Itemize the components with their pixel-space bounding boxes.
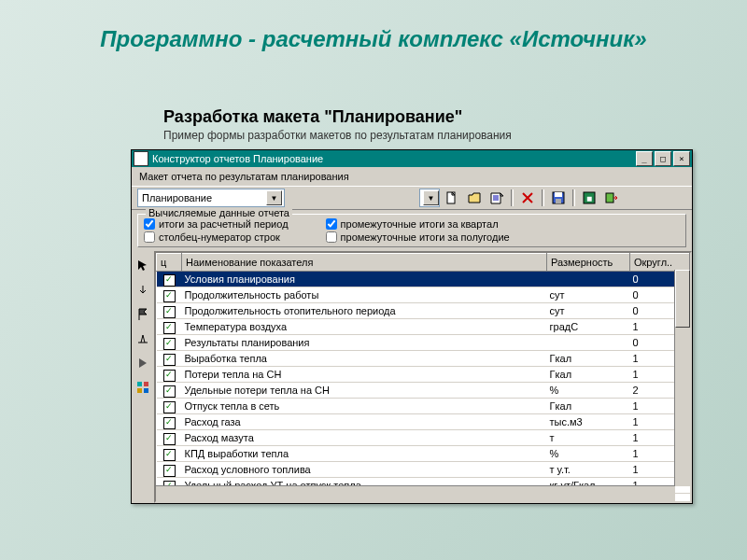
maximize-button[interactable]: □	[655, 151, 671, 166]
row-unit: Гкал	[547, 399, 630, 414]
table-row[interactable]: ✓Потери тепла на СНГкал1	[157, 367, 690, 383]
table-row[interactable]: ✓Результаты планирования0	[157, 335, 690, 351]
table-row[interactable]: ✓Температура воздухаградС1	[157, 319, 690, 335]
table-row[interactable]: ✓Расход газатыс.м31	[157, 414, 690, 430]
row-name: Удельные потери тепла на СН	[182, 383, 547, 399]
row-checkbox-cell[interactable]: ✓	[157, 351, 182, 367]
excel-button[interactable]: ■	[579, 189, 599, 207]
grid-tool[interactable]	[134, 378, 152, 397]
move-down-tool[interactable]	[134, 281, 152, 300]
minimize-button[interactable]: _	[636, 151, 653, 166]
row-checkbox-cell[interactable]: ✓	[157, 383, 182, 399]
vertical-scrollbar[interactable]	[674, 270, 690, 486]
chevron-down-icon[interactable]: ▼	[266, 190, 282, 205]
table-row[interactable]: ✓Условия планирования0	[157, 272, 690, 287]
check-icon: ✓	[163, 417, 176, 429]
row-checkbox-cell[interactable]: ✓	[157, 446, 182, 462]
col-check[interactable]: ц	[157, 254, 182, 272]
horizontal-scrollbar[interactable]	[156, 485, 675, 501]
row-unit: тыс.м3	[547, 414, 630, 430]
table-row[interactable]: ✓Расход условного топливат у.т.1	[157, 462, 690, 478]
table-row[interactable]: ✓Продолжительность работысут0	[157, 287, 690, 303]
row-checkbox-cell[interactable]: ✓	[157, 287, 182, 303]
check-icon: ✓	[163, 385, 176, 398]
col-round[interactable]: Округл..	[630, 254, 690, 272]
row-name: Условия планирования	[182, 272, 547, 287]
svg-rect-9	[137, 388, 142, 393]
row-checkbox-cell[interactable]: ✓	[157, 303, 182, 319]
row-name: Отпуск тепла в сеть	[182, 399, 547, 414]
row-unit: градС	[547, 319, 630, 335]
exit-button[interactable]	[601, 189, 622, 207]
col-unit[interactable]: Размерность	[547, 254, 630, 272]
separator	[511, 189, 514, 206]
row-checkbox-cell[interactable]: ✓	[157, 462, 182, 478]
row-checkbox-cell[interactable]: ✓	[157, 414, 182, 430]
row-name: Расход газа	[182, 414, 547, 430]
options-group: Вычисляемые данные отчета итоги за расче…	[137, 214, 686, 247]
checkbox[interactable]	[326, 218, 337, 230]
row-unit: сут	[547, 303, 630, 319]
table-row[interactable]: ✓КПД выработки тепла%1	[157, 446, 690, 462]
separator	[542, 189, 544, 206]
row-name: Расход мазута	[182, 430, 547, 446]
row-name: Потери тепла на СН	[182, 367, 547, 383]
close-button[interactable]: ×	[673, 151, 690, 166]
insert-tool[interactable]	[134, 329, 152, 348]
table-row[interactable]: ✓Удельные потери тепла на СН%2	[157, 383, 690, 399]
row-unit: т	[547, 430, 630, 446]
check-icon: ✓	[163, 354, 176, 366]
row-unit: Гкал	[547, 351, 630, 367]
checkbox-label: итоги за расчетный период	[159, 218, 289, 230]
open-button[interactable]	[464, 189, 485, 207]
delete-button[interactable]	[517, 189, 538, 207]
checkbox-option[interactable]: промежуточные итоги за полугодие	[326, 231, 510, 243]
data-grid[interactable]: ц Наименование показателя Размерность Ок…	[154, 251, 692, 503]
row-checkbox-cell[interactable]: ✓	[157, 272, 182, 287]
table-row[interactable]: ✓Продолжительность отопительного периода…	[157, 303, 690, 319]
titlebar[interactable]: Конструктор отчетов Планирование _ □ ×	[132, 150, 692, 167]
checkbox-option[interactable]: промежуточные итоги за квартал	[326, 218, 510, 230]
check-icon: ✓	[163, 465, 176, 477]
row-checkbox-cell[interactable]: ✓	[157, 319, 182, 335]
checkbox-option[interactable]: столбец-нумератор строк	[144, 231, 289, 243]
next-tool[interactable]	[134, 354, 152, 372]
pointer-tool[interactable]	[134, 257, 152, 275]
check-icon: ✓	[163, 290, 176, 302]
window-title: Конструктор отчетов Планирование	[152, 153, 634, 164]
check-icon: ✓	[163, 274, 176, 287]
checkbox-option[interactable]: итоги за расчетный период	[144, 218, 289, 230]
row-checkbox-cell[interactable]: ✓	[157, 430, 182, 446]
check-icon: ✓	[163, 370, 176, 382]
checkbox[interactable]	[144, 218, 155, 230]
new-button[interactable]	[442, 189, 462, 207]
row-checkbox-cell[interactable]: ✓	[157, 399, 182, 414]
col-name[interactable]: Наименование показателя	[182, 254, 547, 272]
row-unit	[547, 335, 630, 351]
checkbox[interactable]	[144, 231, 155, 243]
check-icon: ✓	[163, 306, 176, 318]
scroll-thumb[interactable]	[675, 270, 690, 328]
flag-tool[interactable]	[134, 305, 152, 324]
row-name: КПД выработки тепла	[182, 446, 547, 462]
check-icon: ✓	[163, 338, 176, 350]
row-checkbox-cell[interactable]: ✓	[157, 335, 182, 351]
checkbox[interactable]	[326, 231, 337, 243]
properties-button[interactable]	[486, 189, 507, 207]
row-checkbox-cell[interactable]: ✓	[157, 367, 182, 383]
svg-rect-7	[137, 382, 142, 386]
app-window: Конструктор отчетов Планирование _ □ × М…	[131, 149, 693, 504]
chevron-down-icon[interactable]: ▼	[423, 190, 439, 205]
row-unit	[547, 272, 630, 287]
checkbox-label: столбец-нумератор строк	[159, 231, 280, 243]
table-row[interactable]: ✓Отпуск тепла в сетьГкал1	[157, 399, 690, 414]
save-button[interactable]	[548, 189, 569, 207]
separator	[572, 189, 575, 206]
svg-rect-10	[144, 388, 148, 393]
table-row[interactable]: ✓Расход мазутат1	[157, 430, 690, 446]
layout-select-value: Планирование	[142, 192, 212, 203]
row-name: Результаты планирования	[182, 335, 547, 351]
layout-select[interactable]: Планирование ▼	[137, 189, 285, 207]
table-row[interactable]: ✓Выработка теплаГкал1	[157, 351, 690, 367]
svg-rect-6	[606, 193, 613, 203]
